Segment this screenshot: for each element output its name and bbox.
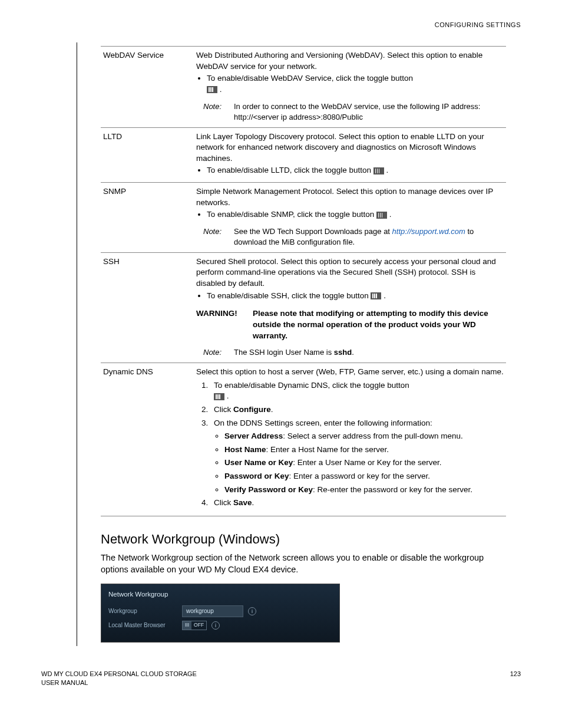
ui-lmb-toggle[interactable]: III OFF xyxy=(182,621,207,630)
desc-lltd: Link Layer Topology Discovery protocol. … xyxy=(194,127,506,183)
page-header-right: CONFIGURING SETTINGS xyxy=(41,21,521,29)
desc-ssh: Secured Shell protocol. Select this opti… xyxy=(194,252,506,363)
ddns-s3b1-r: : Select a server address from the pull-… xyxy=(283,431,462,440)
ddns-step3-text: On the DDNS Settings screen, enter the f… xyxy=(214,419,432,427)
note-body: The SSH login User Name is sshd. xyxy=(234,347,504,358)
section-para: The Network Workgroup section of the Net… xyxy=(101,552,506,575)
desc-snmp: Simple Network Management Protocol. Sele… xyxy=(194,183,506,253)
toggle-icon xyxy=(214,393,224,400)
label-snmp: SNMP xyxy=(101,183,194,253)
webdav-bullet-1: To enable/disable WebDAV Service, click … xyxy=(207,73,504,95)
ddns-s3b4: Password or Key: Enter a password or key… xyxy=(224,471,504,482)
ssh-note-bold: sshd xyxy=(334,348,352,357)
row-lltd: LLTD Link Layer Topology Discovery proto… xyxy=(101,127,506,183)
row-ssh: SSH Secured Shell protocol. Select this … xyxy=(101,252,506,363)
ddns-step2-pre: Click xyxy=(214,405,233,414)
ddns-s3b2-b: Host Name xyxy=(224,445,266,454)
ddns-steps: To enable/disable Dynamic DNS, click the… xyxy=(196,380,504,509)
toggle-icon xyxy=(371,292,381,299)
ddns-step-1: To enable/disable Dynamic DNS, click the… xyxy=(210,380,504,402)
ddns-s3b3-r: : Enter a User Name or Key for the serve… xyxy=(293,458,441,467)
footer-left: WD MY CLOUD EX4 PERSONAL CLOUD STORAGE U… xyxy=(41,670,197,687)
label-lltd: LLTD xyxy=(101,127,194,183)
note-label: Note: xyxy=(203,226,234,248)
row-snmp: SNMP Simple Network Management Protocol.… xyxy=(101,183,506,253)
toggle-icon xyxy=(207,86,217,93)
snmp-bullet-1: To enable/disable SNMP, click the toggle… xyxy=(207,209,504,220)
footer-left-2: USER MANUAL xyxy=(41,679,88,686)
ssh-note: Note: The SSH login User Name is sshd. xyxy=(203,347,504,358)
warning-body: Please note that modifying or attempting… xyxy=(253,308,504,341)
label-ddns: Dynamic DNS xyxy=(101,363,194,516)
toggle-icon xyxy=(376,212,387,219)
webdav-bullet-1-text: To enable/disable WebDAV Service, click … xyxy=(207,74,413,83)
ddns-step3-bullets: Server Address: Select a server address … xyxy=(214,431,504,495)
ssh-note-post: . xyxy=(352,348,354,357)
note-body: See the WD Tech Support Downloads page a… xyxy=(234,226,504,248)
ddns-s3b3-b: User Name or Key xyxy=(224,458,293,467)
note-body: In order to connect to the WebDAV servic… xyxy=(234,101,504,123)
page-footer: WD MY CLOUD EX4 PERSONAL CLOUD STORAGE U… xyxy=(41,670,521,687)
label-ssh: SSH xyxy=(101,252,194,363)
desc-ddns: Select this option to host a server (Web… xyxy=(194,363,506,516)
ssh-desc-text: Secured Shell protocol. Select this opti… xyxy=(196,257,496,288)
content-frame: WebDAV Service Web Distributed Authoring… xyxy=(77,42,506,646)
toggle-off-segment: OFF xyxy=(191,621,206,630)
ddns-step-4: Click Save. xyxy=(210,498,504,509)
ddns-s3b5-r: : Re-enter the password or key for the s… xyxy=(313,485,472,494)
ddns-s3b4-r: : Enter a password or key for the server… xyxy=(289,472,430,480)
ddns-s3b2: Host Name: Enter a Host Name for the ser… xyxy=(224,444,504,456)
ddns-s3b2-r: : Enter a Host Name for the server. xyxy=(266,445,389,454)
desc-webdav: Web Distributed Authoring and Versioning… xyxy=(194,47,506,127)
webdav-note: Note: In order to connect to the WebDAV … xyxy=(203,101,504,123)
ssh-note-pre: The SSH login User Name is xyxy=(234,348,334,357)
lltd-bullet-1-text: To enable/disable LLTD, click the toggle… xyxy=(207,166,373,174)
ddns-step-3: On the DDNS Settings screen, enter the f… xyxy=(210,418,504,496)
info-icon[interactable]: i xyxy=(248,607,256,615)
ssh-warning: WARNING! Please note that modifying or a… xyxy=(196,308,504,341)
toggle-icon xyxy=(373,167,384,174)
row-ddns: Dynamic DNS Select this option to host a… xyxy=(101,363,506,516)
ddns-step4-bold: Save xyxy=(233,498,252,507)
snmp-note-pre: See the WD Tech Support Downloads page a… xyxy=(234,227,392,236)
footer-left-1: WD MY CLOUD EX4 PERSONAL CLOUD STORAGE xyxy=(41,670,197,677)
warning-label: WARNING! xyxy=(196,308,253,341)
ui-row-workgroup: Workgroup workgroup i xyxy=(108,605,332,617)
snmp-bullets: To enable/disable SNMP, click the toggle… xyxy=(196,209,504,220)
ui-workgroup-label: Workgroup xyxy=(108,607,182,615)
ui-row-lmb: Local Master Browser III OFF i xyxy=(108,621,332,630)
webdav-desc-text: Web Distributed Authoring and Versioning… xyxy=(196,51,482,71)
lltd-bullet-1: To enable/disable LLTD, click the toggle… xyxy=(207,165,504,176)
section-title: Network Workgroup (Windows) xyxy=(101,531,506,548)
ddns-step2-bold: Configure xyxy=(233,405,271,414)
ssh-bullet-1-text: To enable/disable SSH, click the toggle … xyxy=(207,291,371,300)
info-icon[interactable]: i xyxy=(211,621,220,630)
ui-panel-title: Network Workgroup xyxy=(108,590,332,599)
snmp-note-link[interactable]: http://support.wd.com xyxy=(392,227,465,236)
footer-page: 123 xyxy=(510,670,521,687)
note-label: Note: xyxy=(203,101,234,123)
snmp-note: Note: See the WD Tech Support Downloads … xyxy=(203,226,504,248)
ui-workgroup-input[interactable]: workgroup xyxy=(182,605,243,617)
ddns-s3b5-b: Verify Password or Key xyxy=(224,485,313,494)
ddns-step4-post: . xyxy=(252,498,254,507)
ddns-step1-text: To enable/disable Dynamic DNS, click the… xyxy=(214,381,409,390)
ddns-step2-post: . xyxy=(271,405,273,414)
ddns-s3b1: Server Address: Select a server address … xyxy=(224,431,504,442)
webdav-bullets: To enable/disable WebDAV Service, click … xyxy=(196,73,504,95)
ddns-s3b5: Verify Password or Key: Re-enter the pas… xyxy=(224,485,504,496)
snmp-bullet-1-text: To enable/disable SNMP, click the toggle… xyxy=(207,210,376,219)
lltd-bullets: To enable/disable LLTD, click the toggle… xyxy=(196,165,504,176)
ddns-desc-text: Select this option to host a server (Web… xyxy=(196,367,504,376)
ui-screenshot: Network Workgroup Workgroup workgroup i … xyxy=(101,584,340,642)
ddns-step-2: Click Configure. xyxy=(210,404,504,416)
row-webdav: WebDAV Service Web Distributed Authoring… xyxy=(101,47,506,127)
note-label: Note: xyxy=(203,347,234,358)
ddns-s3b1-b: Server Address xyxy=(224,431,283,440)
ddns-step4-pre: Click xyxy=(214,498,233,507)
ddns-s3b4-b: Password or Key xyxy=(224,472,289,480)
snmp-desc-text: Simple Network Management Protocol. Sele… xyxy=(196,187,493,207)
lltd-desc-text: Link Layer Topology Discovery protocol. … xyxy=(196,132,484,163)
ddns-s3b3: User Name or Key: Enter a User Name or K… xyxy=(224,457,504,469)
ssh-bullets: To enable/disable SSH, click the toggle … xyxy=(196,291,504,302)
